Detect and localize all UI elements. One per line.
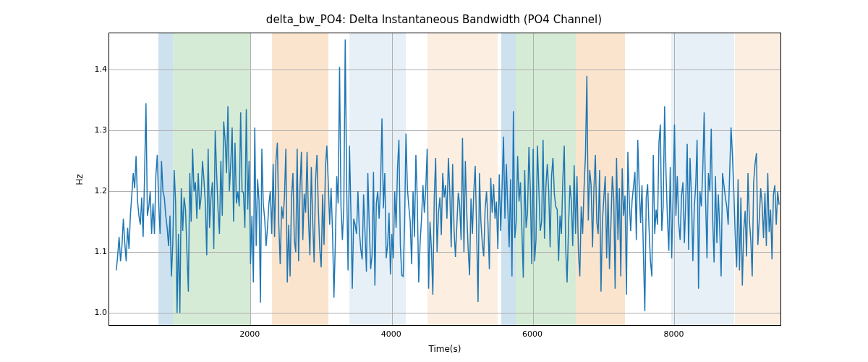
- y-tick-label: 1.3: [80, 125, 107, 135]
- x-axis-label: Time(s): [109, 344, 781, 354]
- y-tick-label: 1.4: [80, 64, 107, 74]
- plot-area: [109, 33, 781, 326]
- series-line: [109, 33, 780, 325]
- x-tick-label: 8000: [663, 329, 684, 339]
- y-tick-label: 1.2: [80, 186, 107, 195]
- x-tick-label: 2000: [239, 329, 260, 339]
- y-tick-label: 1.1: [80, 247, 107, 256]
- y-tick-label: 1.0: [80, 308, 107, 317]
- figure: delta_bw_PO4: Delta Instantaneous Bandwi…: [0, 0, 868, 362]
- x-tick-label: 4000: [381, 329, 401, 339]
- chart-title: delta_bw_PO4: Delta Instantaneous Bandwi…: [0, 13, 868, 26]
- y-axis-label: Hz: [72, 33, 87, 326]
- series-path: [116, 39, 779, 313]
- x-tick-label: 6000: [522, 329, 542, 339]
